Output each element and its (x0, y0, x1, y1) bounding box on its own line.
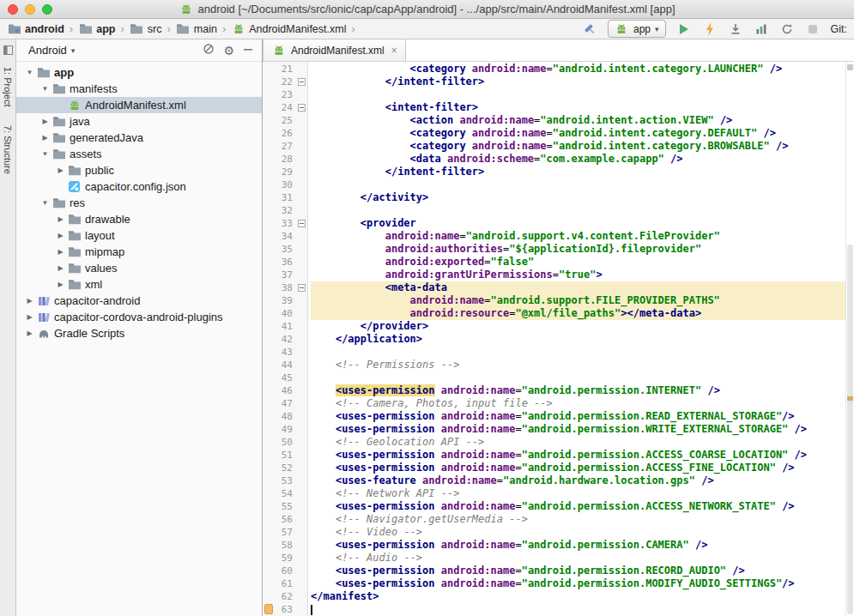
chevron-down-icon[interactable]: ▼ (39, 150, 51, 158)
breadcrumb-androidmanifest-xml[interactable]: AndroidManifest.xml (229, 21, 348, 37)
code-line-63[interactable] (311, 603, 845, 616)
tree-item-res[interactable]: ▼res (16, 195, 262, 211)
code-line-45[interactable] (311, 371, 845, 384)
code-line-49[interactable]: <uses-permission android:name="android.p… (311, 423, 845, 436)
code-line-40[interactable]: android:resource="@xml/file_paths"></met… (311, 307, 845, 320)
code-line-61[interactable]: <uses-permission android:name="android.p… (311, 577, 845, 590)
gear-icon[interactable]: ⚙ (223, 45, 234, 57)
breadcrumb-app[interactable]: app (76, 21, 117, 36)
code-line-33[interactable]: <provider (311, 217, 845, 230)
code-line-25[interactable]: <action android:name="android.intent.act… (311, 114, 845, 127)
chevron-right-icon[interactable]: ▶ (54, 264, 67, 272)
tree-item-public[interactable]: ▶public (16, 162, 262, 178)
code-line-59[interactable]: <!-- Audio --> (311, 552, 845, 565)
tree-item-capacitor-config-json[interactable]: capacitor.config.json (16, 178, 262, 195)
code-line-31[interactable]: </activity> (311, 191, 845, 204)
code-line-43[interactable] (311, 346, 845, 359)
code-line-50[interactable]: <!-- Geolocation API --> (311, 436, 845, 449)
code-line-29[interactable]: </intent-filter> (311, 166, 845, 178)
chevron-right-icon[interactable]: ▶ (54, 215, 67, 223)
code-line-23[interactable] (311, 88, 845, 101)
tree-item-capacitor-cordova-android-plugins[interactable]: ▶capacitor-cordova-android-plugins (16, 309, 262, 325)
chevron-right-icon[interactable]: ▶ (23, 329, 36, 337)
tree-item-values[interactable]: ▶values (16, 260, 262, 276)
chevron-right-icon[interactable]: ▶ (54, 232, 67, 239)
tree-item-assets[interactable]: ▼assets (16, 146, 262, 162)
code-line-28[interactable]: <data android:scheme="com.example.capapp… (311, 153, 845, 166)
fold-marker-icon[interactable] (298, 104, 306, 112)
code-line-62[interactable]: </manifest> (311, 590, 845, 603)
tree-item-java[interactable]: ▶java (16, 113, 262, 130)
chevron-down-icon[interactable]: ▼ (39, 85, 51, 93)
code-line-42[interactable]: </application> (311, 333, 845, 346)
sync-icon[interactable] (779, 21, 795, 37)
build-hammer-icon[interactable] (582, 21, 597, 37)
code-line-36[interactable]: android:exported="false" (311, 256, 845, 269)
zoom-window-button[interactable] (42, 4, 52, 15)
fold-marker-icon[interactable] (298, 284, 306, 292)
code-line-24[interactable]: <intent-filter> (311, 101, 845, 114)
breadcrumb-src[interactable]: src (128, 21, 164, 36)
chevron-right-icon[interactable]: ▶ (54, 248, 67, 256)
chevron-right-icon[interactable]: ▶ (54, 166, 67, 174)
code-line-27[interactable]: <category android:name="android.intent.c… (311, 140, 845, 153)
code-line-52[interactable]: <uses-permission android:name="android.p… (311, 462, 845, 474)
tree-item-manifests[interactable]: ▼manifests (16, 81, 262, 97)
chevron-right-icon[interactable]: ▶ (23, 313, 36, 321)
code-line-53[interactable]: <uses-feature android:name="android.hard… (311, 474, 845, 487)
code-line-58[interactable]: <uses-permission android:name="android.p… (311, 539, 845, 552)
chevron-right-icon[interactable]: ▶ (23, 297, 36, 305)
apply-changes-icon[interactable] (702, 21, 718, 37)
tree-item-layout[interactable]: ▶layout (16, 227, 262, 244)
chevron-down-icon[interactable]: ▼ (39, 199, 51, 207)
code-line-37[interactable]: android:grantUriPermissions="true"> (311, 269, 845, 281)
tool-windows-icon[interactable] (3, 43, 13, 58)
code-line-55[interactable]: <uses-permission android:name="android.p… (311, 500, 845, 513)
project-view-selector[interactable]: Android (28, 44, 67, 57)
minimize-window-button[interactable] (25, 4, 35, 15)
code-line-56[interactable]: <!-- Navigator.getUserMedia --> (311, 513, 845, 526)
code-line-39[interactable]: android:name="android.support.FILE_PROVI… (311, 294, 845, 307)
tool-window-button-project[interactable]: 1: Project (3, 67, 13, 106)
editor-tab-androidmanifest[interactable]: AndroidManifest.xml × (263, 39, 406, 61)
code-line-48[interactable]: <uses-permission android:name="android.p… (311, 410, 845, 423)
breadcrumb-android[interactable]: android (5, 21, 66, 36)
tree-item-gradle-scripts[interactable]: ▶Gradle Scripts (16, 325, 262, 341)
breadcrumb-main[interactable]: main (174, 21, 219, 36)
profiler-icon[interactable] (754, 21, 769, 37)
code-line-41[interactable]: </provider> (311, 320, 845, 333)
code-line-38[interactable]: <meta-data (311, 281, 845, 294)
code-line-51[interactable]: <uses-permission android:name="android.p… (311, 449, 845, 462)
locate-file-icon[interactable] (203, 43, 215, 58)
tree-item-mipmap[interactable]: ▶mipmap (16, 244, 262, 260)
code-line-21[interactable]: <category android:name="android.intent.c… (311, 63, 845, 75)
close-window-button[interactable] (8, 4, 18, 15)
chevron-right-icon[interactable]: ▶ (39, 118, 51, 125)
tree-item-drawable[interactable]: ▶drawable (16, 211, 262, 227)
code-line-22[interactable]: </intent-filter> (311, 75, 845, 88)
tree-item-app[interactable]: ▼app (16, 64, 262, 81)
code-line-35[interactable]: android:authorities="${applicationId}.fi… (311, 243, 845, 256)
code-line-44[interactable]: <!-- Permissions --> (311, 359, 845, 371)
run-configuration-select[interactable]: app ▾ (608, 20, 666, 38)
fold-marker-icon[interactable] (298, 78, 306, 86)
code-line-54[interactable]: <!-- Network API --> (311, 487, 845, 500)
close-icon[interactable]: × (391, 45, 397, 57)
tree-item-capacitor-android[interactable]: ▶capacitor-android (16, 293, 262, 309)
scrollbar-thumb[interactable] (847, 245, 853, 614)
tree-item-generatedjava[interactable]: ▶generatedJava (16, 130, 262, 146)
fold-marker-icon[interactable] (298, 220, 306, 227)
tree-item-androidmanifest-xml[interactable]: AndroidManifest.xml (16, 97, 262, 113)
code-content[interactable]: <category android:name="android.intent.c… (308, 62, 845, 616)
chevron-down-icon[interactable]: ▼ (23, 69, 36, 76)
code-line-34[interactable]: android:name="android.support.v4.content… (311, 230, 845, 243)
chevron-right-icon[interactable]: ▶ (39, 134, 51, 142)
code-line-26[interactable]: <category android:name="android.intent.c… (311, 127, 845, 140)
code-line-47[interactable]: <!-- Camera, Photos, input file --> (311, 397, 845, 410)
chevron-right-icon[interactable]: ▶ (54, 281, 67, 288)
tool-window-button-structure[interactable]: 7: Structure (3, 125, 13, 174)
inspection-status-icon[interactable] (847, 64, 853, 70)
hide-panel-icon[interactable] (243, 43, 253, 58)
editor-scrollbar[interactable] (845, 62, 854, 616)
tree-item-xml[interactable]: ▶xml (16, 276, 262, 293)
